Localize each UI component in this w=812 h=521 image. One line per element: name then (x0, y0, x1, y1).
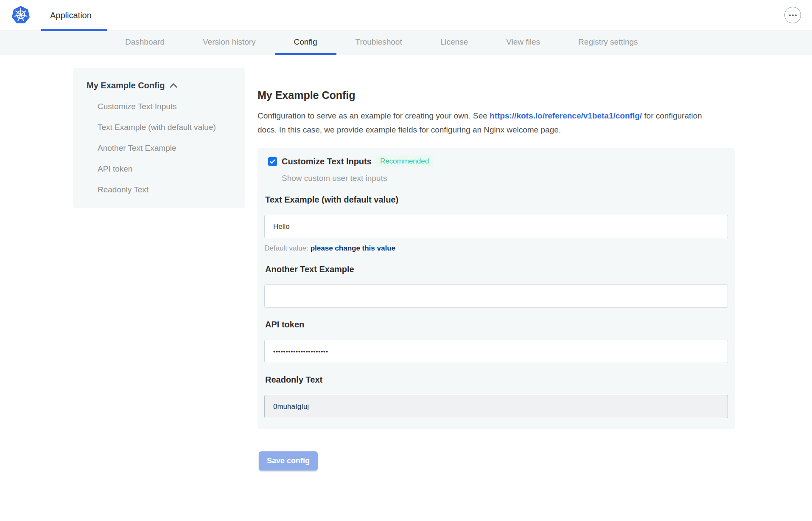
app-tab-label: Application (50, 11, 92, 20)
api-token-input[interactable] (264, 340, 728, 363)
field-readonly-text: Readonly Text (264, 375, 728, 418)
tab-application[interactable]: Application (50, 0, 92, 31)
config-docs-link[interactable]: https://kots.io/reference/v1beta1/config… (490, 111, 642, 120)
kubernetes-logo (11, 6, 30, 25)
tab-license[interactable]: License (421, 31, 487, 55)
field-another-text-example: Another Text Example (264, 265, 728, 308)
config-group-panel: Customize Text Inputs Recommended Show c… (258, 148, 735, 429)
tab-dashboard[interactable]: Dashboard (106, 31, 184, 55)
overflow-menu-button[interactable] (784, 7, 801, 23)
tab-troubleshoot[interactable]: Troubleshoot (336, 31, 421, 55)
sidebar-item-readonly-text[interactable]: Readonly Text (98, 185, 233, 194)
checkmark-icon (270, 159, 275, 164)
sidebar-item-another-text-example[interactable]: Another Text Example (98, 144, 233, 153)
config-nav-panel: My Example Config Customize Text Inputs … (73, 68, 245, 208)
save-config-button[interactable]: Save config (259, 451, 318, 470)
tab-view-files[interactable]: View files (487, 31, 559, 55)
field-label: Another Text Example (264, 265, 728, 274)
field-label: API token (264, 320, 728, 329)
recommended-badge: Recommended (376, 155, 433, 167)
app-nav-bar: Dashboard Version history Config Trouble… (0, 31, 812, 55)
field-api-token: API token (264, 320, 728, 363)
sidebar-item-api-token[interactable]: API token (98, 164, 233, 174)
page-title: My Example Config (258, 89, 741, 101)
config-main-column: My Example Config Configuration to serve… (258, 89, 741, 470)
tab-version-history[interactable]: Version history (184, 31, 275, 55)
ellipsis-icon (789, 14, 791, 16)
sidebar-item-text-example[interactable]: Text Example (with default value) (98, 123, 233, 132)
tab-config[interactable]: Config (275, 31, 336, 55)
another-text-example-input[interactable] (264, 284, 728, 308)
helper-default-value: please change this value (311, 244, 395, 252)
customize-text-inputs-row: Customize Text Inputs Recommended (268, 155, 728, 167)
active-app-tab-underline (41, 29, 107, 31)
checkbox-label[interactable]: Customize Text Inputs (282, 157, 372, 166)
field-label: Text Example (with default value) (264, 195, 728, 205)
config-description: Configuration to serve as an example for… (258, 109, 721, 137)
config-group-toggle[interactable]: My Example Config (87, 81, 233, 90)
readonly-text-input (264, 395, 728, 418)
checkbox-help-text: Show custom user text inputs (282, 174, 728, 183)
helper-prefix: Default value: (264, 244, 311, 252)
sidebar-item-customize-text-inputs[interactable]: Customize Text Inputs (98, 102, 233, 111)
text-example-input[interactable] (264, 215, 728, 238)
top-bar: Application (0, 0, 812, 31)
customize-text-inputs-checkbox[interactable] (268, 157, 277, 166)
field-label: Readonly Text (264, 375, 728, 385)
tab-registry-settings[interactable]: Registry settings (559, 31, 657, 55)
field-helper-text: Default value: please change this value (264, 244, 728, 253)
chevron-up-icon (170, 83, 177, 88)
description-text-before: Configuration to serve as an example for… (258, 111, 490, 120)
config-group-title: My Example Config (87, 81, 165, 90)
field-text-example: Text Example (with default value) Defaul… (264, 195, 728, 253)
